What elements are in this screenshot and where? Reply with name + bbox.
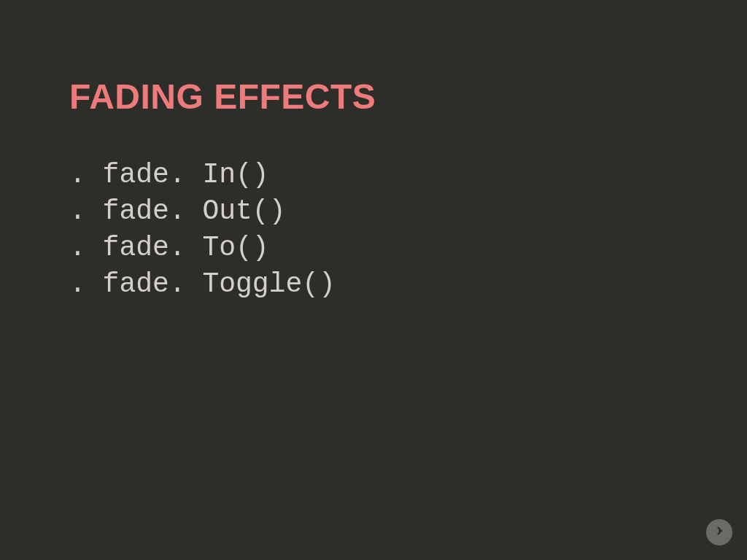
next-slide-button[interactable] [706, 519, 732, 545]
code-line: . fade. To() [69, 230, 678, 266]
slide-title: FADING EFFECTS [69, 77, 678, 117]
code-line: . fade. Toggle() [69, 266, 678, 303]
arrow-right-icon [713, 524, 726, 540]
slide-content: FADING EFFECTS . fade. In() . fade. Out(… [0, 0, 747, 303]
code-list: . fade. In() . fade. Out() . fade. To() … [69, 157, 678, 303]
code-line: . fade. In() [69, 157, 678, 193]
code-line: . fade. Out() [69, 193, 678, 230]
